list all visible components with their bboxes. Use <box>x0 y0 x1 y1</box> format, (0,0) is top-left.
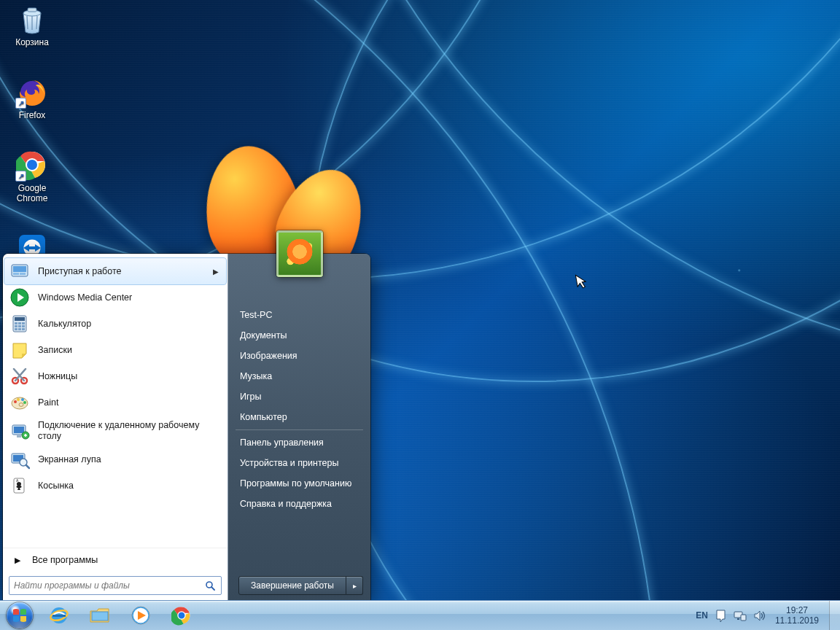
svg-rect-9 <box>28 246 36 249</box>
taskbar[interactable]: EN 19:27 11.11.2019 <box>0 600 840 630</box>
shortcut-arrow-icon: ↗ <box>15 171 26 182</box>
windows-orb-icon <box>7 602 33 629</box>
tray-clock[interactable]: 19:27 11.11.2019 <box>774 605 820 626</box>
desktop-icon-chrome[interactable]: ↗ Google Chrome <box>4 149 60 203</box>
rlink-user[interactable]: Test-PC <box>238 305 363 325</box>
start-menu-item-magnifier[interactable]: Экранная лупа <box>4 446 226 472</box>
svg-point-34 <box>23 401 26 404</box>
rlink-games[interactable]: Игры <box>238 386 363 407</box>
svg-rect-22 <box>18 325 21 327</box>
start-button[interactable] <box>0 601 39 630</box>
svg-rect-26 <box>22 328 25 330</box>
taskbar-explorer[interactable] <box>80 602 120 629</box>
language-indicator[interactable]: EN <box>696 610 708 621</box>
start-menu-item-paint[interactable]: Paint <box>4 389 226 416</box>
start-menu-item-media-center[interactable]: Windows Media Center <box>4 284 226 311</box>
chrome-icon <box>171 605 192 626</box>
desktop[interactable]: Корзина ↗ Firefox ↗ Google Chrome Присту… <box>0 0 840 601</box>
start-menu-item-snipping-tool[interactable]: Ножницы <box>4 363 226 389</box>
desktop-icon-firefox[interactable]: ↗ Firefox <box>4 76 60 120</box>
svg-rect-56 <box>737 618 739 620</box>
svg-rect-11 <box>13 266 26 272</box>
svg-rect-25 <box>18 328 21 330</box>
rlink-documents[interactable]: Документы <box>238 325 363 346</box>
chrome-icon: ↗ <box>16 149 48 181</box>
svg-rect-20 <box>22 322 25 324</box>
desktop-icon-label: Firefox <box>4 110 60 120</box>
user-picture[interactable] <box>276 230 323 277</box>
taskbar-wmp[interactable] <box>121 602 160 629</box>
start-menu-item-calculator[interactable]: Калькулятор <box>4 311 226 337</box>
program-label: Приступая к работе <box>38 266 121 277</box>
firefox-icon: ↗ <box>16 76 48 108</box>
program-label: Windows Media Center <box>38 292 132 303</box>
program-label: Калькулятор <box>38 319 91 330</box>
start-menu-left-pane: Приступая к работе ▶ Windows Media Cente… <box>3 254 228 601</box>
program-label: Paint <box>38 397 59 408</box>
start-menu-item-sticky-notes[interactable]: Записки <box>4 337 226 363</box>
search-input[interactable] <box>9 580 205 591</box>
rlink-computer[interactable]: Компьютер <box>238 407 363 427</box>
program-label: Подключение к удаленному рабочему столу <box>38 420 213 442</box>
ie-icon <box>48 604 70 626</box>
all-programs-button[interactable]: ▶ Все программы <box>3 548 228 572</box>
svg-rect-36 <box>14 427 24 433</box>
start-menu: Приступая к работе ▶ Windows Media Cente… <box>3 254 370 601</box>
search-icon[interactable] <box>205 580 221 591</box>
action-center-icon[interactable] <box>715 610 726 622</box>
shutdown-button[interactable]: Завершение работы <box>238 576 346 595</box>
separator <box>236 429 363 430</box>
program-label: Косынка <box>38 481 74 491</box>
rlink-help-support[interactable]: Справка и поддержка <box>238 494 363 514</box>
media-center-icon <box>9 287 31 308</box>
show-desktop-button[interactable] <box>829 601 840 630</box>
rlink-default-programs[interactable]: Программы по умолчанию <box>238 473 363 494</box>
all-programs-label: Все программы <box>32 555 98 565</box>
start-menu-item-remote-desktop[interactable]: Подключение к удаленному рабочему столу <box>4 416 226 446</box>
rlink-control-panel[interactable]: Панель управления <box>238 432 363 453</box>
taskbar-ie[interactable] <box>39 602 79 629</box>
svg-point-32 <box>17 398 20 401</box>
svg-rect-57 <box>741 615 746 621</box>
mouse-cursor-icon <box>575 273 589 290</box>
volume-icon[interactable] <box>754 610 766 621</box>
rlink-devices-printers[interactable]: Устройства и принтеры <box>238 453 363 473</box>
triangle-right-icon: ▶ <box>15 556 20 565</box>
desktop-icon-recycle-bin[interactable]: Корзина <box>4 3 60 47</box>
svg-rect-12 <box>13 273 19 275</box>
clock-date: 11.11.2019 <box>775 615 819 626</box>
program-label: Записки <box>38 345 72 356</box>
start-menu-programs-list: Приступая к работе ▶ Windows Media Cente… <box>3 254 228 548</box>
desktop-icon-label: Google Chrome <box>4 183 60 203</box>
svg-rect-23 <box>22 325 25 327</box>
shutdown-label: Завершение работы <box>251 580 334 591</box>
network-icon[interactable] <box>734 610 747 621</box>
clock-time: 19:27 <box>775 605 819 615</box>
shortcut-arrow-icon: ↗ <box>15 98 26 109</box>
start-menu-item-solitaire[interactable]: A Косынка <box>4 472 226 499</box>
svg-rect-13 <box>20 273 26 275</box>
search-box[interactable] <box>9 576 222 595</box>
program-label: Экранная лупа <box>38 454 101 465</box>
shutdown-options-button[interactable]: ▸ <box>346 576 363 595</box>
snipping-tool-icon <box>9 365 31 387</box>
taskbar-chrome[interactable] <box>162 602 201 629</box>
svg-rect-18 <box>15 322 18 324</box>
recycle-bin-icon <box>16 3 48 35</box>
svg-point-33 <box>21 398 24 401</box>
sticky-notes-icon <box>9 339 31 361</box>
program-label: Ножницы <box>38 371 77 382</box>
svg-rect-1 <box>28 8 36 12</box>
start-menu-item-getting-started[interactable]: Приступая к работе ▶ <box>4 258 226 284</box>
submenu-arrow-icon: ▶ <box>213 268 219 276</box>
rlink-music[interactable]: Музыка <box>238 366 363 386</box>
paint-icon <box>9 392 31 413</box>
rlink-pictures[interactable]: Изображения <box>238 346 363 366</box>
desktop-icon-label: Корзина <box>4 37 60 47</box>
magnifier-icon <box>9 448 31 470</box>
svg-rect-37 <box>17 435 21 438</box>
solitaire-icon: A <box>9 475 31 497</box>
start-menu-right-pane: Test-PC Документы Изображения Музыка Игр… <box>228 254 370 601</box>
svg-point-31 <box>14 400 17 403</box>
svg-rect-47 <box>52 615 66 617</box>
